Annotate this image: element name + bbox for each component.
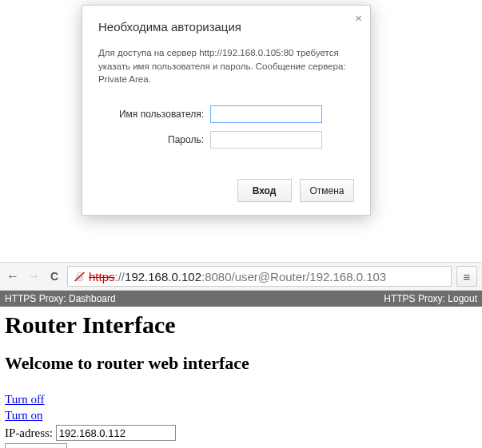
proxy-bar: HTTPS Proxy: Dashboard HTTPS Proxy: Logo… <box>0 291 482 307</box>
address-bar[interactable]: https://192.168.0.102:8080/user@Router/1… <box>67 266 452 287</box>
menu-icon[interactable]: ≡ <box>456 266 477 287</box>
page-subtitle: Welcome to router web interface <box>5 353 476 374</box>
proxy-logout-link[interactable]: HTTPS Proxy: Logout <box>384 293 477 304</box>
insecure-lock-icon <box>73 270 86 283</box>
browser-toolbar: ← → C https://192.168.0.102:8080/user@Ro… <box>0 262 482 291</box>
auth-dialog: × Необходима авторизация Для доступа на … <box>82 5 371 216</box>
password-row: Пароль: <box>98 131 354 149</box>
url-rest: :8080/user@Router/192.168.0.103 <box>201 270 386 283</box>
proxy-dashboard-label[interactable]: HTTPS Proxy: Dashboard <box>5 293 116 304</box>
turn-on-link[interactable]: Turn on <box>5 409 42 422</box>
ip-row: IP-adress: <box>5 425 476 441</box>
back-icon[interactable]: ← <box>5 268 21 284</box>
forward-icon: → <box>26 268 42 284</box>
dialog-title: Необходима авторизация <box>82 6 370 38</box>
dialog-message: Для доступа на сервер http://192.168.0.1… <box>82 38 370 86</box>
submit-button[interactable]: Отправить <box>5 443 67 448</box>
url-sep: :// <box>115 270 125 283</box>
url-scheme: https <box>89 270 115 283</box>
turn-off-link[interactable]: Turn off <box>5 393 45 406</box>
page-title: Router Interface <box>5 311 476 339</box>
login-button[interactable]: Вход <box>237 179 292 202</box>
dialog-actions: Вход Отмена <box>82 165 370 215</box>
password-input[interactable] <box>210 131 322 149</box>
url-host: 192.168.0.102 <box>125 270 201 283</box>
page-content: Router Interface Welcome to router web i… <box>5 311 476 448</box>
ip-input[interactable] <box>56 425 176 441</box>
cancel-button[interactable]: Отмена <box>300 179 354 202</box>
password-label: Пароль: <box>98 134 210 145</box>
username-label: Имя пользователя: <box>98 109 210 120</box>
close-icon[interactable]: × <box>355 12 362 24</box>
username-input[interactable] <box>210 105 322 123</box>
username-row: Имя пользователя: <box>98 105 354 123</box>
reload-icon[interactable]: C <box>46 268 62 284</box>
dialog-form: Имя пользователя: Пароль: <box>82 86 370 165</box>
ip-label: IP-adress: <box>5 426 56 439</box>
